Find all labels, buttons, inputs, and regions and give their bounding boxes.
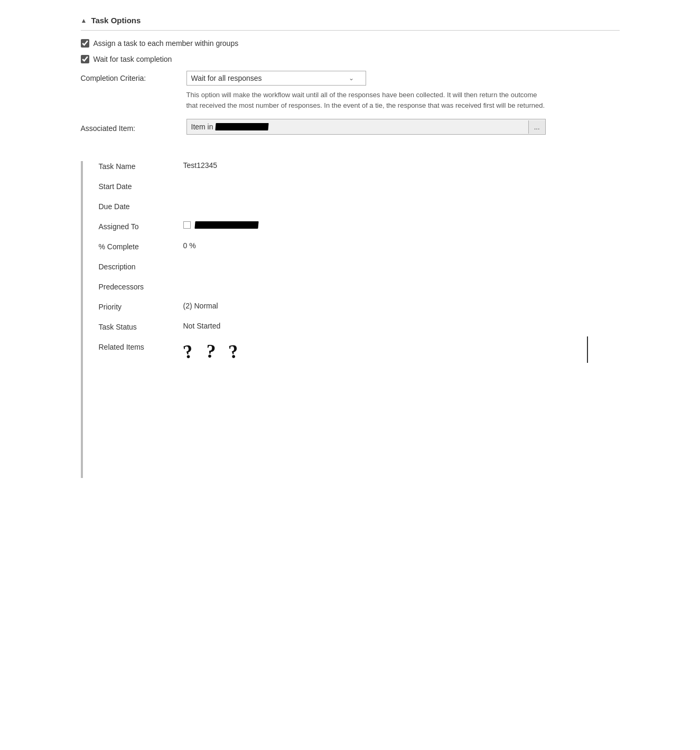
dropdown-arrow-icon: ⌄ <box>346 72 357 85</box>
question-mark-3: ? <box>227 341 242 362</box>
assign-task-label: Assign a task to each member within grou… <box>94 39 239 48</box>
wait-task-label: Wait for task completion <box>94 55 172 63</box>
chevron-up-icon: ▲ <box>81 17 87 24</box>
predecessors-label: Predecessors <box>99 282 183 291</box>
associated-item-prefix: Item in <box>191 123 213 131</box>
related-items-value: ? ? ? <box>183 342 620 361</box>
task-details-table: Task Name Test12345 Start Date Due Date … <box>99 161 620 478</box>
completion-criteria-description: This option will make the workflow wait … <box>186 90 546 110</box>
question-mark-2: ? <box>205 341 219 361</box>
vertical-divider <box>81 161 83 478</box>
task-name-row: Task Name Test12345 <box>99 161 620 171</box>
related-items-label: Related Items <box>99 342 183 351</box>
start-date-row: Start Date <box>99 181 620 191</box>
priority-row: Priority (2) Normal <box>99 302 620 311</box>
associated-item-row: Associated Item: Item in ... <box>81 119 620 135</box>
priority-label: Priority <box>99 302 183 311</box>
related-items-row: Related Items ? ? ? <box>99 342 620 361</box>
wait-task-checkbox-row: Wait for task completion <box>81 55 620 63</box>
wait-task-checkbox[interactable] <box>81 55 89 63</box>
completion-criteria-label: Completion Criteria: <box>81 71 186 82</box>
assign-task-checkbox[interactable] <box>81 39 89 48</box>
task-options-section: ▲ Task Options Assign a task to each mem… <box>81 16 620 135</box>
task-details-section: Task Name Test12345 Start Date Due Date … <box>81 161 620 478</box>
percent-complete-value: 0 % <box>183 241 620 250</box>
due-date-row: Due Date <box>99 201 620 211</box>
due-date-label: Due Date <box>99 201 183 211</box>
assigned-person-name-redacted <box>194 221 258 229</box>
completion-criteria-row: Completion Criteria: Wait for all respon… <box>81 71 620 110</box>
task-name-label: Task Name <box>99 161 183 171</box>
task-name-value: Test12345 <box>183 161 620 170</box>
task-options-header: ▲ Task Options <box>81 16 620 31</box>
task-options-title: Task Options <box>91 16 141 25</box>
completion-criteria-select[interactable]: Wait for all responses Wait for first re… <box>187 71 346 85</box>
start-date-label: Start Date <box>99 181 183 191</box>
predecessors-row: Predecessors <box>99 282 620 291</box>
browse-button[interactable]: ... <box>528 120 545 134</box>
assigned-to-label: Assigned To <box>99 221 183 231</box>
completion-criteria-control: Wait for all responses Wait for first re… <box>186 71 620 110</box>
question-mark-1: ? <box>182 341 198 362</box>
task-status-label: Task Status <box>99 322 183 331</box>
assign-task-checkbox-row: Assign a task to each member within grou… <box>81 39 620 48</box>
priority-value: (2) Normal <box>183 302 620 310</box>
associated-item-label: Associated Item: <box>81 121 186 133</box>
associated-item-redacted <box>215 123 268 130</box>
percent-complete-row: % Complete 0 % <box>99 241 620 251</box>
description-row: Description <box>99 261 620 271</box>
task-status-row: Task Status Not Started <box>99 322 620 331</box>
assigned-person-checkbox <box>183 221 191 229</box>
percent-complete-label: % Complete <box>99 241 183 251</box>
related-items-icons: ? ? ? <box>183 342 620 361</box>
task-status-value: Not Started <box>183 322 620 330</box>
associated-item-input-wrapper: Item in ... <box>186 119 546 135</box>
assigned-to-value <box>183 221 620 229</box>
description-label: Description <box>99 261 183 271</box>
completion-criteria-select-wrapper: Wait for all responses Wait for first re… <box>186 71 366 86</box>
assigned-to-row: Assigned To <box>99 221 620 231</box>
